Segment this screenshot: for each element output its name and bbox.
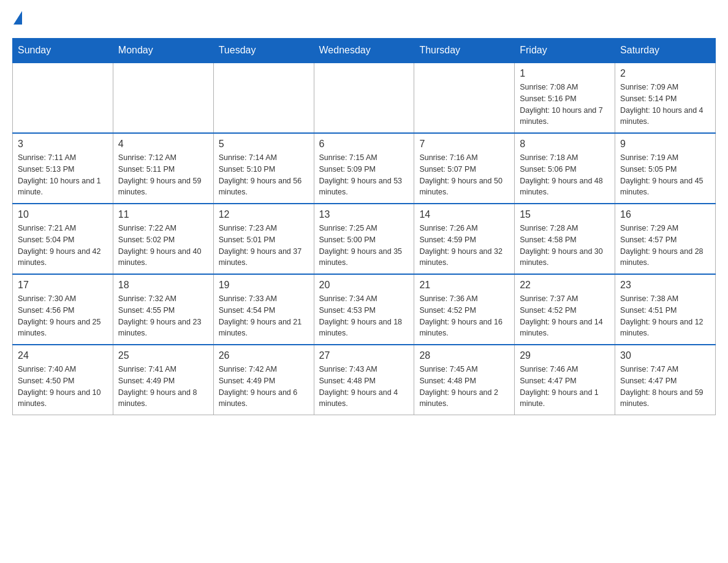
column-header-wednesday: Wednesday (314, 39, 414, 63)
day-number: 15 (520, 209, 610, 220)
day-number: 7 (419, 139, 509, 150)
calendar-cell: 17Sunrise: 7:30 AM Sunset: 4:56 PM Dayli… (13, 274, 113, 345)
logo-blue-text (12, 12, 22, 26)
day-number: 3 (18, 139, 108, 150)
week-row-2: 3Sunrise: 7:11 AM Sunset: 5:13 PM Daylig… (13, 133, 716, 204)
column-header-saturday: Saturday (615, 39, 716, 63)
day-number: 13 (319, 209, 409, 220)
calendar-cell (314, 63, 414, 133)
day-info: Sunrise: 7:30 AM Sunset: 4:56 PM Dayligh… (18, 293, 108, 339)
calendar-cell: 5Sunrise: 7:14 AM Sunset: 5:10 PM Daylig… (213, 133, 314, 204)
day-info: Sunrise: 7:09 AM Sunset: 5:14 PM Dayligh… (620, 82, 710, 128)
day-number: 10 (18, 209, 108, 220)
day-number: 30 (620, 350, 710, 361)
day-number: 5 (219, 139, 309, 150)
day-number: 12 (219, 209, 309, 220)
day-info: Sunrise: 7:08 AM Sunset: 5:16 PM Dayligh… (520, 82, 610, 128)
page-header (12, 12, 716, 26)
column-header-monday: Monday (113, 39, 213, 63)
day-info: Sunrise: 7:37 AM Sunset: 4:52 PM Dayligh… (520, 293, 610, 339)
day-number: 16 (620, 209, 710, 220)
day-info: Sunrise: 7:38 AM Sunset: 4:51 PM Dayligh… (620, 293, 710, 339)
day-info: Sunrise: 7:42 AM Sunset: 4:49 PM Dayligh… (219, 364, 309, 410)
day-info: Sunrise: 7:25 AM Sunset: 5:00 PM Dayligh… (319, 223, 409, 269)
day-info: Sunrise: 7:16 AM Sunset: 5:07 PM Dayligh… (419, 152, 509, 198)
day-info: Sunrise: 7:21 AM Sunset: 5:04 PM Dayligh… (18, 223, 108, 269)
logo-triangle-icon (13, 11, 22, 25)
day-info: Sunrise: 7:19 AM Sunset: 5:05 PM Dayligh… (620, 152, 710, 198)
calendar-cell: 28Sunrise: 7:45 AM Sunset: 4:48 PM Dayli… (414, 345, 515, 415)
day-info: Sunrise: 7:34 AM Sunset: 4:53 PM Dayligh… (319, 293, 409, 339)
week-row-1: 1Sunrise: 7:08 AM Sunset: 5:16 PM Daylig… (13, 63, 716, 133)
day-number: 2 (620, 68, 710, 79)
day-info: Sunrise: 7:46 AM Sunset: 4:47 PM Dayligh… (520, 364, 610, 410)
week-row-4: 17Sunrise: 7:30 AM Sunset: 4:56 PM Dayli… (13, 274, 716, 345)
day-number: 9 (620, 139, 710, 150)
calendar-cell: 24Sunrise: 7:40 AM Sunset: 4:50 PM Dayli… (13, 345, 113, 415)
calendar-cell (113, 63, 213, 133)
day-number: 28 (419, 350, 509, 361)
day-info: Sunrise: 7:29 AM Sunset: 4:57 PM Dayligh… (620, 223, 710, 269)
calendar-cell (213, 63, 314, 133)
calendar-cell: 16Sunrise: 7:29 AM Sunset: 4:57 PM Dayli… (615, 204, 716, 274)
column-header-thursday: Thursday (414, 39, 515, 63)
calendar-cell: 20Sunrise: 7:34 AM Sunset: 4:53 PM Dayli… (314, 274, 414, 345)
day-number: 18 (118, 280, 208, 291)
day-info: Sunrise: 7:41 AM Sunset: 4:49 PM Dayligh… (118, 364, 208, 410)
day-number: 26 (219, 350, 309, 361)
day-number: 11 (118, 209, 208, 220)
calendar-cell: 14Sunrise: 7:26 AM Sunset: 4:59 PM Dayli… (414, 204, 515, 274)
calendar-cell: 13Sunrise: 7:25 AM Sunset: 5:00 PM Dayli… (314, 204, 414, 274)
column-header-sunday: Sunday (13, 39, 113, 63)
week-row-5: 24Sunrise: 7:40 AM Sunset: 4:50 PM Dayli… (13, 345, 716, 415)
calendar-cell: 18Sunrise: 7:32 AM Sunset: 4:55 PM Dayli… (113, 274, 213, 345)
day-number: 19 (219, 280, 309, 291)
calendar-cell: 7Sunrise: 7:16 AM Sunset: 5:07 PM Daylig… (414, 133, 515, 204)
day-number: 21 (419, 280, 509, 291)
day-info: Sunrise: 7:47 AM Sunset: 4:47 PM Dayligh… (620, 364, 710, 410)
calendar-cell: 27Sunrise: 7:43 AM Sunset: 4:48 PM Dayli… (314, 345, 414, 415)
calendar-cell: 9Sunrise: 7:19 AM Sunset: 5:05 PM Daylig… (615, 133, 716, 204)
calendar-cell: 23Sunrise: 7:38 AM Sunset: 4:51 PM Dayli… (615, 274, 716, 345)
calendar-cell: 21Sunrise: 7:36 AM Sunset: 4:52 PM Dayli… (414, 274, 515, 345)
day-number: 8 (520, 139, 610, 150)
day-info: Sunrise: 7:14 AM Sunset: 5:10 PM Dayligh… (219, 152, 309, 198)
day-number: 20 (319, 280, 409, 291)
day-number: 27 (319, 350, 409, 361)
day-number: 14 (419, 209, 509, 220)
day-info: Sunrise: 7:23 AM Sunset: 5:01 PM Dayligh… (219, 223, 309, 269)
calendar-cell: 19Sunrise: 7:33 AM Sunset: 4:54 PM Dayli… (213, 274, 314, 345)
calendar-cell: 1Sunrise: 7:08 AM Sunset: 5:16 PM Daylig… (515, 63, 615, 133)
day-number: 6 (319, 139, 409, 150)
day-number: 17 (18, 280, 108, 291)
calendar-cell: 30Sunrise: 7:47 AM Sunset: 4:47 PM Dayli… (615, 345, 716, 415)
day-info: Sunrise: 7:43 AM Sunset: 4:48 PM Dayligh… (319, 364, 409, 410)
day-number: 25 (118, 350, 208, 361)
calendar-table: SundayMondayTuesdayWednesdayThursdayFrid… (12, 38, 716, 415)
day-info: Sunrise: 7:11 AM Sunset: 5:13 PM Dayligh… (18, 152, 108, 198)
day-info: Sunrise: 7:28 AM Sunset: 4:58 PM Dayligh… (520, 223, 610, 269)
day-number: 1 (520, 68, 610, 79)
calendar-cell: 29Sunrise: 7:46 AM Sunset: 4:47 PM Dayli… (515, 345, 615, 415)
calendar-cell: 26Sunrise: 7:42 AM Sunset: 4:49 PM Dayli… (213, 345, 314, 415)
calendar-cell (13, 63, 113, 133)
calendar-cell (414, 63, 515, 133)
calendar-cell: 22Sunrise: 7:37 AM Sunset: 4:52 PM Dayli… (515, 274, 615, 345)
day-number: 23 (620, 280, 710, 291)
day-info: Sunrise: 7:36 AM Sunset: 4:52 PM Dayligh… (419, 293, 509, 339)
day-info: Sunrise: 7:22 AM Sunset: 5:02 PM Dayligh… (118, 223, 208, 269)
calendar-cell: 12Sunrise: 7:23 AM Sunset: 5:01 PM Dayli… (213, 204, 314, 274)
day-info: Sunrise: 7:26 AM Sunset: 4:59 PM Dayligh… (419, 223, 509, 269)
day-info: Sunrise: 7:40 AM Sunset: 4:50 PM Dayligh… (18, 364, 108, 410)
logo (12, 12, 22, 26)
day-number: 24 (18, 350, 108, 361)
calendar-cell: 6Sunrise: 7:15 AM Sunset: 5:09 PM Daylig… (314, 133, 414, 204)
week-row-3: 10Sunrise: 7:21 AM Sunset: 5:04 PM Dayli… (13, 204, 716, 274)
day-number: 22 (520, 280, 610, 291)
calendar-cell: 4Sunrise: 7:12 AM Sunset: 5:11 PM Daylig… (113, 133, 213, 204)
calendar-cell: 3Sunrise: 7:11 AM Sunset: 5:13 PM Daylig… (13, 133, 113, 204)
day-info: Sunrise: 7:15 AM Sunset: 5:09 PM Dayligh… (319, 152, 409, 198)
calendar-cell: 10Sunrise: 7:21 AM Sunset: 5:04 PM Dayli… (13, 204, 113, 274)
day-info: Sunrise: 7:33 AM Sunset: 4:54 PM Dayligh… (219, 293, 309, 339)
day-info: Sunrise: 7:32 AM Sunset: 4:55 PM Dayligh… (118, 293, 208, 339)
